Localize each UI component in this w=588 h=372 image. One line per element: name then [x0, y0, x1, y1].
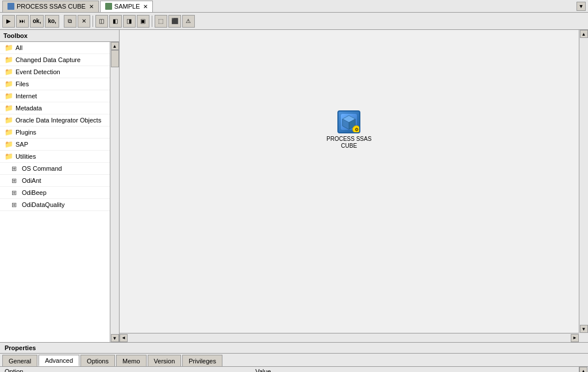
toolbox-scroll-track	[110, 50, 119, 334]
odibeep-icon: ⊞	[9, 188, 18, 197]
toolbar-divider-2	[152, 16, 152, 27]
toolbox-panel: Toolbox 📁 All 📁 Changed Data Capture 📁 E…	[0, 30, 120, 342]
plugins-folder-icon: 📁	[5, 128, 13, 136]
cdc-folder-icon: 📁	[5, 56, 13, 64]
tab-privileges[interactable]: Privileges	[182, 355, 222, 366]
tab-process-ssas[interactable]: PROCESS SSAS CUBE ✕	[2, 1, 99, 12]
properties-scroll-up-button[interactable]: ▲	[579, 367, 587, 372]
toolbox-item-sap[interactable]: 📁 SAP	[0, 139, 110, 151]
properties-scrollbar[interactable]: ▲ ▼	[579, 367, 588, 372]
sap-folder-icon: 📁	[5, 140, 13, 148]
tab-version[interactable]: Version	[148, 355, 182, 366]
toolbox-subitem-odiant[interactable]: ⊞ OdiAnt	[0, 175, 110, 187]
tab-process-ssas-label: PROCESS SSAS CUBE	[17, 3, 86, 10]
window-control-button[interactable]: ▼	[577, 2, 586, 11]
canvas-scroll-right-button[interactable]: ►	[571, 334, 579, 342]
process-ssas-cube-label: PROCESS SSAS CUBE	[326, 136, 371, 149]
col-option-header: Option	[0, 367, 251, 372]
toolbox-item-sap-label: SAP	[16, 141, 28, 148]
canvas-area: ⚙ PROCESS SSAS CUBE ▲ ▼ ◄ ►	[120, 30, 588, 342]
canvas-scroll-up-button[interactable]: ▲	[580, 30, 588, 38]
toolbox-item-oracle-label: Oracle Data Integrator Objects	[16, 117, 101, 124]
toolbox-item-cdc[interactable]: 📁 Changed Data Capture	[0, 54, 110, 66]
properties-tabs: General Advanced Options Memo Version Pr…	[0, 354, 588, 367]
toolbox-subitem-os-command[interactable]: ⊞ OS Command	[0, 163, 110, 175]
copy-button[interactable]: ⧉	[64, 15, 76, 28]
os-command-icon: ⊞	[9, 164, 18, 173]
toolbox-scroll-thumb[interactable]	[111, 50, 119, 67]
toolbox-item-event[interactable]: 📁 Event Detection	[0, 66, 110, 78]
title-bar: PROCESS SSAS CUBE ✕ SAMPLE ✕ ▼	[0, 0, 588, 13]
oracle-folder-icon: 📁	[5, 116, 13, 124]
toolbar-btn-4[interactable]: ▣	[137, 15, 149, 28]
properties-panel: Properties General Advanced Options Memo…	[0, 342, 588, 372]
toolbar-divider-1	[93, 16, 93, 27]
toolbox-title: Toolbox	[0, 30, 119, 42]
col-value-header: Value	[251, 367, 579, 372]
properties-panel-title: Properties	[0, 343, 588, 354]
utilities-folder-icon: 📁	[5, 152, 13, 160]
tab-options[interactable]: Options	[80, 355, 115, 366]
toolbox-subitem-odiant-label: OdiAnt	[22, 177, 41, 184]
process-ssas-tab-icon	[7, 3, 14, 10]
toolbar-btn-5[interactable]: ⬚	[155, 15, 167, 28]
main-area: Toolbox 📁 All 📁 Changed Data Capture 📁 E…	[0, 30, 588, 342]
toolbar-btn-2[interactable]: ◧	[109, 15, 122, 28]
run-button[interactable]: ▶	[2, 15, 15, 28]
process-ssas-cube-gear-icon: ⚙	[352, 125, 360, 133]
toolbox-subitem-os-command-label: OS Command	[22, 165, 62, 172]
toolbox-item-oracle[interactable]: 📁 Oracle Data Integrator Objects	[0, 114, 110, 126]
toolbox-item-internet-label: Internet	[16, 93, 37, 99]
toolbox-item-cdc-label: Changed Data Capture	[16, 56, 80, 63]
odiant-icon: ⊞	[9, 176, 18, 185]
toolbox-item-plugins[interactable]: 📁 Plugins	[0, 126, 110, 139]
process-ssas-cube-node[interactable]: ⚙ PROCESS SSAS CUBE	[326, 110, 371, 149]
internet-folder-icon: 📁	[5, 92, 13, 100]
delete-button[interactable]: ✕	[78, 15, 90, 28]
tab-advanced[interactable]: Advanced	[39, 355, 79, 366]
toolbox-scroll-up-button[interactable]: ▲	[111, 42, 119, 50]
toolbox-scroll-area: 📁 All 📁 Changed Data Capture 📁 Event Det…	[0, 42, 119, 342]
files-folder-icon: 📁	[5, 80, 13, 88]
toolbox-item-utilities[interactable]: 📁 Utilities	[0, 151, 110, 163]
toolbar-btn-3[interactable]: ◨	[123, 15, 136, 28]
toolbox-item-internet[interactable]: 📁 Internet	[0, 90, 110, 102]
options-table: Option Value SSAS Database <Default>:Dat…	[0, 367, 579, 372]
toolbox-item-files[interactable]: 📁 Files	[0, 78, 110, 90]
tab-memo[interactable]: Memo	[116, 355, 147, 366]
canvas-horizontal-scrollbar[interactable]: ◄ ►	[120, 333, 579, 342]
ok-button[interactable]: ok,	[30, 15, 44, 28]
warning-button[interactable]: ⚠	[182, 15, 195, 28]
toolbox-subitem-odidataquality[interactable]: ⊞ OdiDataQuality	[0, 199, 110, 211]
toolbox-item-plugins-label: Plugins	[16, 129, 36, 136]
canvas-vertical-scrollbar[interactable]: ▲ ▼	[579, 30, 588, 333]
toolbox-subitem-odibeep-label: OdiBeep	[22, 189, 47, 196]
tab-process-ssas-close[interactable]: ✕	[89, 3, 94, 10]
canvas-scroll-down-button[interactable]: ▼	[580, 325, 588, 333]
canvas-scroll-left-button[interactable]: ◄	[120, 334, 128, 342]
toolbox-subitem-odibeep[interactable]: ⊞ OdiBeep	[0, 187, 110, 199]
tab-general[interactable]: General	[2, 355, 37, 366]
toolbox-items-container: 📁 All 📁 Changed Data Capture 📁 Event Det…	[0, 42, 110, 342]
toolbox-item-metadata[interactable]: 📁 Metadata	[0, 102, 110, 114]
toolbar: ▶ ⏭ ok, ko, ⧉ ✕ ◫ ◧ ◨ ▣ ⬚ ⬛ ⚠	[0, 13, 588, 30]
toolbox-item-event-label: Event Detection	[16, 68, 60, 75]
toolbar-btn-6[interactable]: ⬛	[168, 15, 181, 28]
metadata-folder-icon: 📁	[5, 104, 13, 112]
sample-tab-icon	[105, 3, 112, 10]
toolbox-item-all-label: All	[16, 44, 22, 51]
toolbox-item-all[interactable]: 📁 All	[0, 42, 110, 54]
toolbox-scroll-down-button[interactable]: ▼	[111, 334, 119, 342]
toolbox-scrollbar[interactable]: ▲ ▼	[110, 42, 119, 342]
step-button[interactable]: ⏭	[16, 15, 29, 28]
toolbox-item-utilities-label: Utilities	[16, 153, 36, 160]
properties-content: Option Value SSAS Database <Default>:Dat…	[0, 367, 588, 372]
toolbox-item-files-label: Files	[16, 80, 29, 87]
tab-sample[interactable]: SAMPLE ✕	[100, 1, 153, 12]
canvas-scroll-corner	[579, 333, 588, 342]
ko-button[interactable]: ko,	[45, 15, 59, 28]
tab-sample-close[interactable]: ✕	[143, 3, 148, 10]
properties-table: Option Value SSAS Database <Default>:Dat…	[0, 367, 579, 372]
tab-sample-label: SAMPLE	[114, 3, 140, 10]
toolbar-btn-1[interactable]: ◫	[95, 15, 108, 28]
